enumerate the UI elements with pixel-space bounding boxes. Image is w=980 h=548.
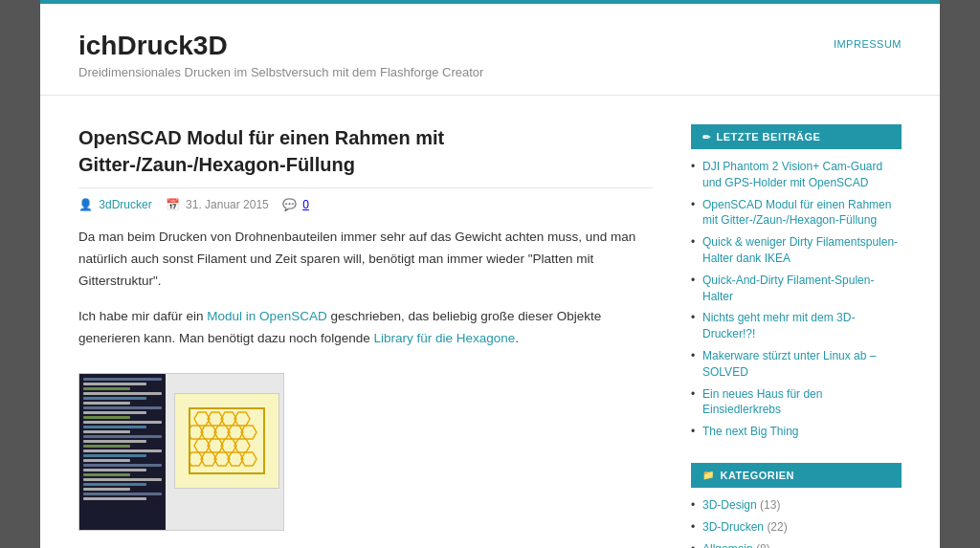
categories-widget: 📁 KATEGORIEN 3D-Design (13) 3D-Drucken (… (691, 463, 902, 548)
article-date: 31. Januar 2015 (186, 198, 269, 211)
code-line (83, 435, 162, 438)
category-link[interactable]: 3D-Drucken (702, 520, 764, 534)
code-line (83, 440, 146, 443)
meta-author-wrapper: 👤 3dDrucker (78, 198, 152, 211)
post-link[interactable]: Ein neues Haus für den Einsiedlerkrebs (702, 387, 822, 417)
post-link[interactable]: OpenSCAD Modul für einen Rahmen mit Gitt… (702, 198, 891, 228)
pencil-icon: ✏ (702, 132, 711, 142)
category-count: (22) (767, 520, 787, 534)
list-item: Allgemein (8) (691, 541, 902, 548)
recent-posts-label: LETZTE BEITRÄGE (717, 131, 821, 142)
code-line (83, 445, 130, 448)
category-link[interactable]: 3D-Design (702, 498, 757, 512)
code-line (83, 421, 162, 424)
code-line (83, 449, 162, 452)
recent-posts-title: ✏ LETZTE BEITRÄGE (691, 124, 902, 149)
code-sidebar (79, 374, 166, 530)
site-branding: ichDruck3D Dreidimensionales Drucken im … (78, 31, 483, 79)
site-tagline: Dreidimensionales Drucken im Selbstversu… (78, 65, 483, 79)
sidebar: ✏ LETZTE BEITRÄGE DJI Phantom 2 Vision+ … (691, 96, 902, 548)
article-meta: 👤 3dDrucker 📅 31. Januar 2015 💬 0 (78, 198, 653, 211)
code-line (83, 473, 130, 476)
list-item: Quick-And-Dirty Filament-Spulen-Halter (691, 273, 902, 305)
list-item: 3D-Drucken (22) (691, 519, 902, 536)
categories-list: 3D-Design (13) 3D-Drucken (22) Allgemein… (691, 497, 902, 548)
screenshot-image (79, 374, 283, 530)
category-count: (13) (760, 498, 780, 512)
list-item: Makerware stürzt unter Linux ab – SOLVED (691, 348, 902, 381)
code-line (83, 469, 146, 471)
categories-title: 📁 KATEGORIEN (691, 463, 902, 488)
post-link[interactable]: Makerware stürzt unter Linux ab – SOLVED (702, 349, 876, 379)
list-item: 3D-Design (13) (691, 497, 902, 514)
site-header: ichDruck3D Dreidimensionales Drucken im … (40, 4, 940, 96)
body-paragraph-1: Da man beim Drucken von Drohnenbauteilen… (78, 227, 653, 293)
article-title: OpenSCAD Modul für einen Rahmen mit Gitt… (78, 124, 653, 178)
openscad-link[interactable]: Modul in OpenSCAD (207, 309, 326, 323)
list-item: Quick & weniger Dirty Filamentspulen-Hal… (691, 234, 902, 267)
impressum-link[interactable]: IMPRESSUM (834, 38, 902, 50)
code-line (83, 426, 146, 428)
categories-label: KATEGORIEN (721, 470, 795, 481)
author-link[interactable]: 3dDrucker (99, 198, 151, 211)
user-icon: 👤 (78, 198, 93, 211)
body-paragraph-2: Ich habe mir dafür ein Modul in OpenSCAD… (78, 306, 653, 350)
post-link[interactable]: DJI Phantom 2 Vision+ Cam-Guard und GPS-… (702, 160, 882, 189)
calendar-icon: 📅 (166, 198, 180, 211)
main-layout: OpenSCAD Modul für einen Rahmen mit Gitt… (40, 96, 940, 548)
code-line (83, 406, 162, 409)
list-item: DJI Phantom 2 Vision+ Cam-Guard und GPS-… (691, 159, 902, 191)
code-line (83, 387, 130, 390)
code-line (83, 402, 130, 405)
body2-suffix: . (515, 331, 519, 345)
folder-icon: 📁 (702, 470, 715, 480)
comment-icon: 💬 (282, 198, 297, 211)
list-item: OpenSCAD Modul für einen Rahmen mit Gitt… (691, 197, 902, 230)
list-item: The next Big Thing (691, 424, 902, 440)
code-line (83, 483, 146, 486)
code-line (83, 459, 130, 462)
content-area: OpenSCAD Modul für einen Rahmen mit Gitt… (78, 96, 653, 548)
code-line (83, 478, 162, 481)
code-line (83, 378, 162, 381)
site-title[interactable]: ichDruck3D (78, 31, 483, 61)
code-line (83, 497, 146, 500)
post-link[interactable]: The next Big Thing (702, 425, 799, 438)
meta-date-wrapper: 📅 31. Januar 2015 (166, 198, 269, 211)
code-line (83, 383, 146, 385)
library-link[interactable]: Library für die Hexagone (374, 331, 516, 345)
code-line (83, 454, 146, 457)
code-line (83, 464, 162, 467)
meta-comment-wrapper: 💬 0 (282, 198, 309, 211)
category-link[interactable]: Allgemein (702, 542, 753, 548)
code-line (83, 411, 146, 414)
article: OpenSCAD Modul für einen Rahmen mit Gitt… (78, 124, 653, 535)
hex-grid-svg (189, 407, 265, 474)
article-divider (78, 187, 653, 188)
3d-preview (174, 393, 279, 489)
list-item: Nichts geht mehr mit dem 3D-Drucker!?! (691, 310, 902, 342)
code-line (83, 416, 130, 419)
post-link[interactable]: Nichts geht mehr mit dem 3D-Drucker!?! (702, 311, 855, 340)
article-image (78, 373, 284, 531)
code-line (83, 493, 162, 495)
recent-posts-widget: ✏ LETZTE BEITRÄGE DJI Phantom 2 Vision+ … (691, 124, 902, 440)
post-link[interactable]: Quick-And-Dirty Filament-Spulen-Halter (702, 274, 874, 303)
code-line (83, 430, 130, 433)
code-line (83, 488, 130, 491)
code-line (83, 392, 162, 395)
article-body: Da man beim Drucken von Drohnenbauteilen… (78, 227, 653, 535)
page-wrapper: ichDruck3D Dreidimensionales Drucken im … (40, 0, 940, 548)
post-link[interactable]: Quick & weniger Dirty Filamentspulen-Hal… (702, 235, 898, 265)
recent-posts-list: DJI Phantom 2 Vision+ Cam-Guard und GPS-… (691, 159, 902, 440)
list-item: Ein neues Haus für den Einsiedlerkrebs (691, 386, 902, 419)
body2-prefix: Ich habe mir dafür ein (78, 309, 204, 323)
category-count: (8) (756, 542, 770, 548)
code-line (83, 397, 146, 400)
comment-count[interactable]: 0 (302, 198, 309, 211)
